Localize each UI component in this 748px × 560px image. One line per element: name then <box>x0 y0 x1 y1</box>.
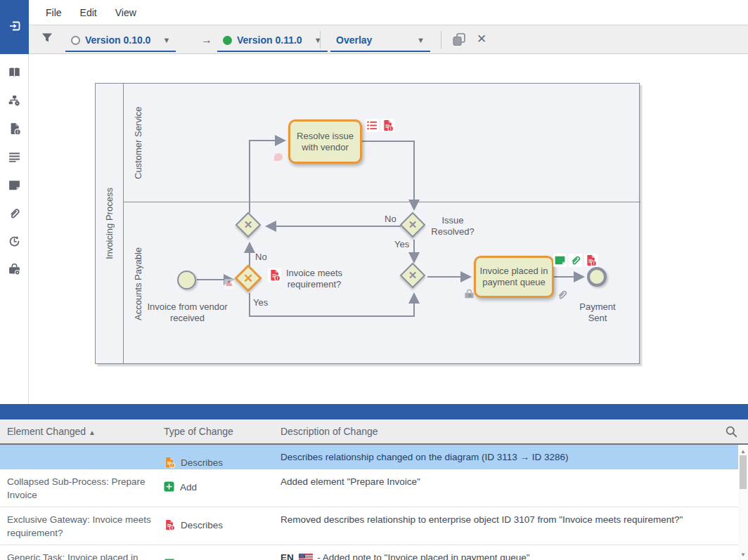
paperclip-icon <box>8 207 21 223</box>
book-icon <box>8 66 21 82</box>
us-flag-icon <box>299 554 313 560</box>
task-resolve-badges <box>366 119 394 132</box>
sidebar-item-compare-versions[interactable] <box>0 0 29 54</box>
removed-list-badge[interactable] <box>366 119 379 132</box>
view-mode-label: Overlay <box>336 34 372 46</box>
menu-view[interactable]: View <box>106 1 146 24</box>
add-icon <box>164 481 174 492</box>
cell-type: Add <box>164 469 269 494</box>
removed-message-badge <box>274 153 283 161</box>
sidebar-item-governance[interactable] <box>0 256 29 285</box>
system-badge <box>463 289 475 304</box>
end-event-label: Payment Sent <box>569 301 626 324</box>
cell-type: Describes <box>164 507 269 532</box>
right-arrow-icon: → <box>201 34 212 46</box>
scroll-up-icon[interactable]: ▲ <box>738 448 748 455</box>
case-gear-icon <box>8 263 21 279</box>
view-mode-select[interactable]: Overlay ▼ <box>330 30 430 52</box>
panel-divider-bar[interactable] <box>0 404 748 419</box>
chevron-down-icon: ▼ <box>417 36 425 44</box>
table-row[interactable]: Describes Describes relationship changed… <box>0 445 738 469</box>
sidebar-item-list-view[interactable] <box>0 144 29 172</box>
funnel-icon <box>41 32 53 46</box>
toolbar-divider <box>441 31 441 48</box>
history-clock-icon <box>8 235 21 251</box>
removed-role-badge <box>224 279 234 289</box>
version-status-current-icon <box>223 36 232 45</box>
menu-bar: File Edit View <box>29 0 748 25</box>
cell-element: Exclusive Gateway: Invoice meets require… <box>7 507 155 540</box>
type-label: Describes <box>181 513 223 532</box>
attachment-badge <box>556 289 568 304</box>
cell-description: Removed describes relationship to enterp… <box>280 507 730 526</box>
describes-removed-badge[interactable] <box>268 268 281 282</box>
table-row[interactable]: Exclusive Gateway: Invoice meets require… <box>0 507 738 545</box>
sort-asc-icon: ▲ <box>89 429 96 436</box>
column-description[interactable]: Description of Change <box>280 426 378 437</box>
sidebar-item-history[interactable] <box>0 228 29 256</box>
edge-label-yes: Yes <box>253 297 268 308</box>
language-code: EN <box>280 552 294 560</box>
scroll-down-icon[interactable]: ▼ <box>738 552 748 558</box>
toolbar-divider <box>320 31 321 48</box>
column-type-of-change[interactable]: Type of Change <box>164 426 233 437</box>
copy-icon <box>451 32 468 51</box>
cell-element: Generic Task: Invoice placed in <box>7 545 155 560</box>
chevron-down-icon: ▼ <box>162 36 170 44</box>
diagram-canvas: Invoicing Process Customer Service Accou… <box>29 54 748 404</box>
describes-removed-icon <box>164 519 175 530</box>
description-text: - Added note to "Invoice placed in payme… <box>317 552 529 560</box>
document-info-icon <box>8 122 21 138</box>
sequence-flows <box>29 54 748 404</box>
cell-type: Note <box>164 545 269 560</box>
cell-description: Describes relationship changed on the di… <box>280 445 730 464</box>
hierarchy-gear-icon <box>8 94 21 110</box>
sidebar-item-notes[interactable] <box>0 172 29 200</box>
compare-toolbar: Version 0.10.0 ▼ → Version 0.11.0 ▼ Over… <box>29 25 748 54</box>
type-label: Describes <box>181 450 223 469</box>
from-version-select[interactable]: Version 0.10.0 ▼ <box>65 30 176 52</box>
task-payment-badges <box>553 254 598 267</box>
table-row[interactable]: Generic Task: Invoice placed in Note EN … <box>0 545 738 560</box>
menu-file[interactable]: File <box>37 1 71 24</box>
sidebar-item-process-hierarchy[interactable] <box>0 88 29 116</box>
end-event[interactable] <box>587 267 607 287</box>
close-compare-button[interactable]: ✕ <box>477 32 486 46</box>
cell-element <box>7 445 155 450</box>
table-scrollbar[interactable]: ▲ ▼ <box>738 445 748 560</box>
compare-versions-icon <box>8 19 22 36</box>
menu-edit[interactable]: Edit <box>71 1 106 24</box>
task-invoice-payment-queue[interactable]: Invoice placed in payment queue <box>474 256 554 298</box>
describes-removed-badge[interactable] <box>381 119 394 132</box>
note-added-icon <box>164 557 175 560</box>
to-version-label: Version 0.11.0 <box>237 34 302 46</box>
scrollbar-thumb[interactable] <box>740 455 747 489</box>
column-element-changed[interactable]: Element Changed ▲ <box>7 426 96 437</box>
filter-button[interactable] <box>41 32 53 46</box>
changes-table-header: Element Changed ▲ Type of Change Descrip… <box>0 419 748 445</box>
cell-description: Added element "Prepare Invoice" <box>280 469 730 488</box>
gateway-issue-resolved-label: Issue Resolved? <box>421 215 484 237</box>
version-arrow: → <box>201 34 212 46</box>
describes-changed-icon <box>164 457 175 468</box>
sidebar-item-document-report[interactable] <box>0 116 29 144</box>
note-icon <box>8 178 21 195</box>
sidebar-item-glossary[interactable] <box>0 60 29 88</box>
close-icon: ✕ <box>477 32 486 46</box>
table-row[interactable]: Collapsed Sub-Process: Prepare Invoice A… <box>0 469 738 507</box>
from-version-label: Version 0.10.0 <box>85 34 150 46</box>
to-version-select[interactable]: Version 0.11.0 ▼ <box>217 30 328 52</box>
start-event-label: Invoice from vendor received <box>147 301 228 324</box>
task-resolve-issue[interactable]: Resolve issue with vendor <box>288 119 362 164</box>
note-added-badge[interactable] <box>553 254 567 267</box>
search-icon[interactable] <box>725 425 738 441</box>
edge-label-no: No <box>255 252 267 262</box>
left-sidebar <box>0 0 29 404</box>
describes-removed-badge[interactable] <box>584 254 598 267</box>
type-label: Add <box>180 475 197 494</box>
sidebar-item-attachments[interactable] <box>0 200 29 228</box>
copy-comparison-button[interactable] <box>451 32 468 51</box>
cell-element: Collapsed Sub-Process: Prepare Invoice <box>7 469 155 502</box>
start-event[interactable] <box>177 271 196 289</box>
attachment-added-badge[interactable] <box>569 254 582 267</box>
